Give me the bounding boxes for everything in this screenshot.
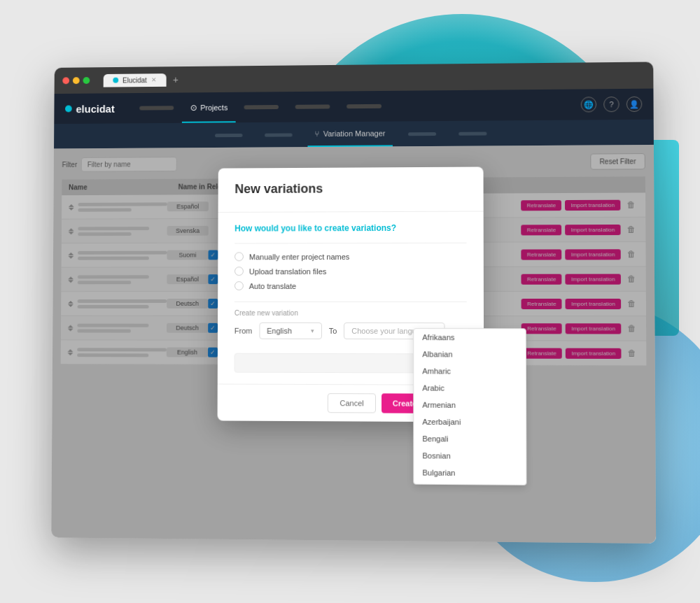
- modal-question: How would you like to create variations?: [234, 223, 466, 234]
- tab-label: Elucidat: [122, 76, 147, 84]
- nav-item-placeholder-3[interactable]: [287, 92, 338, 122]
- nav-item-projects[interactable]: ⊙ Projects: [182, 92, 237, 123]
- radio-manually[interactable]: Manually enter project names: [234, 252, 467, 262]
- variation-manager-label: ⑂ Variation Manager: [315, 129, 386, 139]
- sub-nav-line-2: [265, 133, 293, 136]
- dropdown-item-catalan[interactable]: Catalan: [414, 481, 526, 485]
- nav-placeholder-1: [139, 106, 174, 110]
- sub-nav-placeholder-3[interactable]: [401, 121, 443, 146]
- logo-dot-icon: [65, 106, 72, 113]
- radio-upload[interactable]: Upload translation files: [234, 267, 467, 276]
- modal-title: New variations: [234, 181, 466, 197]
- tab-favicon: [113, 78, 118, 83]
- app-header: elucidat ⊙ Projects 🌐 ? 👤: [54, 89, 653, 125]
- dropdown-item-bengali[interactable]: Bengali: [414, 430, 526, 448]
- sub-nav-line-3: [408, 132, 436, 136]
- browser-tab-active[interactable]: Elucidat ✕: [104, 73, 167, 87]
- globe-icon-button[interactable]: 🌐: [581, 97, 596, 112]
- dropdown-item-amharic[interactable]: Amharic: [414, 362, 526, 380]
- nav-item-placeholder-4[interactable]: [339, 91, 391, 122]
- radio-label-1: Manually enter project names: [249, 253, 349, 261]
- browser-window: Elucidat ✕ + elucidat ⊙ Projects: [51, 62, 656, 544]
- radio-label-2: Upload translation files: [249, 267, 327, 276]
- sub-nav-placeholder-1[interactable]: [209, 122, 250, 148]
- projects-icon: ⊙: [190, 103, 197, 113]
- radio-auto-translate[interactable]: Auto translate: [234, 281, 467, 290]
- nav-placeholder-2: [244, 105, 279, 109]
- modal-overlay: New variations How would you like to cre…: [51, 145, 656, 544]
- dropdown-item-bosnian[interactable]: Bosnian: [414, 447, 526, 464]
- sub-nav-variation-manager[interactable]: ⑂ Variation Manager: [308, 122, 393, 148]
- from-language-select[interactable]: English ▾: [259, 322, 322, 339]
- dot-maximize[interactable]: [83, 77, 90, 84]
- dropdown-item-azerbaijani[interactable]: Azerbaijani: [414, 413, 526, 431]
- dropdown-item-armenian[interactable]: Armenian: [414, 397, 526, 414]
- sub-header: ⑂ Variation Manager: [54, 120, 654, 149]
- sub-nav-placeholder-2[interactable]: [258, 122, 300, 148]
- variation-icon: ⑂: [315, 129, 320, 138]
- dot-minimize[interactable]: [73, 77, 80, 84]
- nav-placeholder-3: [295, 104, 330, 108]
- browser-dots: [62, 77, 90, 84]
- radio-circle-2: [234, 267, 244, 276]
- cancel-button[interactable]: Cancel: [328, 393, 375, 413]
- dropdown-item-afrikaans[interactable]: Afrikaans: [414, 329, 526, 346]
- modal-header: New variations: [218, 167, 484, 213]
- sub-nav-line-4: [458, 132, 486, 135]
- tab-close-icon[interactable]: ✕: [151, 76, 157, 83]
- new-variations-modal: New variations How would you like to cre…: [218, 167, 484, 423]
- nav-projects-label: Projects: [200, 104, 227, 112]
- chevron-down-icon: ▾: [311, 327, 314, 334]
- main-nav: ⊙ Projects: [131, 89, 581, 123]
- language-dropdown-list: Afrikaans Albanian Amharic Arabic Armeni…: [414, 329, 526, 485]
- dot-close[interactable]: [62, 77, 69, 84]
- dropdown-item-bulgarian[interactable]: Bulgarian: [414, 464, 526, 481]
- header-right: 🌐 ? 👤: [581, 97, 643, 113]
- help-icon-button[interactable]: ?: [603, 97, 619, 112]
- radio-label-3: Auto translate: [249, 282, 296, 290]
- nav-placeholder-4: [347, 104, 382, 108]
- dropdown-item-albanian[interactable]: Albanian: [414, 346, 526, 363]
- to-label: To: [329, 327, 337, 335]
- language-dropdown: Afrikaans Albanian Amharic Arabic Armeni…: [413, 328, 526, 485]
- variation-manager-text: Variation Manager: [323, 129, 386, 139]
- from-label: From: [234, 327, 252, 335]
- nav-item-placeholder-2[interactable]: [236, 92, 287, 122]
- nav-item-placeholder-1[interactable]: [131, 92, 182, 123]
- main-content: Filter Reset Filter Name Name in Release…: [51, 145, 656, 544]
- radio-circle-1: [234, 252, 244, 261]
- logo-text: elucidat: [76, 103, 114, 115]
- sub-nav-line-1: [215, 133, 242, 136]
- new-tab-button[interactable]: +: [169, 73, 183, 87]
- user-icon-button[interactable]: 👤: [626, 97, 643, 112]
- browser-tabs: Elucidat ✕ +: [104, 73, 183, 87]
- radio-group: Manually enter project names Upload tran…: [234, 252, 467, 290]
- section-label: Create new variation: [234, 309, 467, 317]
- radio-circle-3: [234, 281, 244, 290]
- dropdown-item-arabic[interactable]: Arabic: [414, 379, 526, 397]
- logo-area: elucidat: [65, 103, 115, 115]
- sub-nav-placeholder-4[interactable]: [451, 120, 493, 146]
- from-language-value: English: [267, 327, 292, 335]
